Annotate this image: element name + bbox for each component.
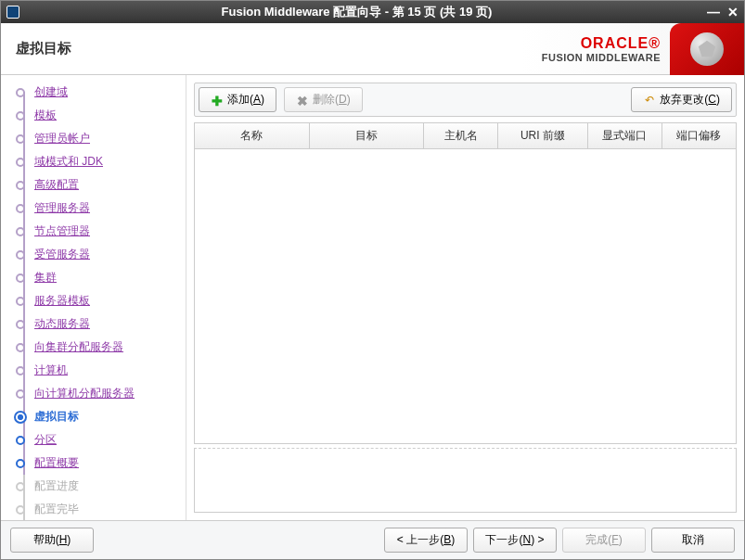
step-8[interactable]: 集群 — [1, 266, 186, 289]
step-label: 虚拟目标 — [34, 409, 79, 425]
titlebar: Fusion Middleware 配置向导 - 第 15 页 (共 19 页)… — [1, 1, 744, 23]
step-dot-icon — [16, 366, 25, 375]
step-link[interactable]: 动态服务器 — [34, 317, 90, 330]
brand-sub: FUSION MIDDLEWARE — [542, 52, 661, 63]
page-title: 虚拟目标 — [16, 40, 71, 57]
toolbar: ✚ 添加(A) ✖ 删除(D) ↶ 放弃更改(C) — [194, 83, 737, 117]
close-icon[interactable]: ✕ — [727, 5, 739, 19]
discard-changes-button[interactable]: ↶ 放弃更改(C) — [631, 87, 732, 112]
step-dot-icon — [14, 411, 27, 424]
col-header-0[interactable]: 名称 — [195, 123, 310, 148]
plus-icon: ✚ — [211, 94, 224, 107]
step-label: 集群 — [34, 270, 57, 286]
step-link[interactable]: 服务器模板 — [34, 294, 90, 307]
step-label: 创建域 — [34, 84, 68, 100]
step-dot-icon — [16, 134, 25, 144]
step-0[interactable]: 创建域 — [1, 81, 186, 104]
step-link[interactable]: 分区 — [34, 433, 57, 446]
step-4[interactable]: 高级配置 — [1, 173, 186, 197]
col-header-5[interactable]: 端口偏移 — [662, 123, 737, 148]
col-header-2[interactable]: 主机名 — [424, 123, 498, 148]
step-link[interactable]: 配置概要 — [34, 456, 79, 469]
col-header-1[interactable]: 目标 — [310, 123, 425, 148]
step-dot-icon — [16, 158, 25, 167]
step-11[interactable]: 向集群分配服务器 — [1, 336, 186, 359]
x-icon: ✖ — [296, 94, 309, 107]
col-header-3[interactable]: URI 前缀 — [498, 123, 588, 148]
step-dot-icon — [16, 204, 25, 213]
step-label: 配置完毕 — [34, 502, 79, 517]
step-label: 节点管理器 — [34, 223, 90, 239]
step-label: 模板 — [34, 108, 57, 123]
step-label: 管理服务器 — [34, 200, 90, 216]
step-link[interactable]: 域模式和 JDK — [34, 155, 103, 168]
step-link[interactable]: 管理员帐户 — [34, 132, 90, 145]
step-9[interactable]: 服务器模板 — [1, 289, 186, 312]
step-link[interactable]: 模板 — [34, 108, 57, 121]
step-6[interactable]: 节点管理器 — [1, 220, 186, 243]
step-dot-icon — [16, 505, 25, 515]
add-button[interactable]: ✚ 添加(A) — [199, 87, 276, 112]
step-dot-icon — [16, 227, 25, 236]
step-10[interactable]: 动态服务器 — [1, 312, 186, 336]
step-label: 向集群分配服务器 — [34, 339, 123, 355]
back-button[interactable]: < 上一步(B) — [384, 528, 468, 553]
step-label: 高级配置 — [34, 177, 79, 193]
step-dot-icon — [16, 274, 25, 283]
step-link[interactable]: 管理服务器 — [34, 201, 90, 214]
step-label: 配置进度 — [34, 478, 79, 494]
step-3[interactable]: 域模式和 JDK — [1, 150, 186, 173]
brand: ORACLE® FUSION MIDDLEWARE — [542, 23, 729, 75]
step-dot-icon — [16, 320, 25, 329]
cancel-button[interactable]: 取消 — [651, 528, 735, 553]
wizard-window: Fusion Middleware 配置向导 - 第 15 页 (共 19 页)… — [0, 0, 745, 560]
step-dot-icon — [16, 389, 25, 399]
col-header-4[interactable]: 显式端口 — [588, 123, 662, 148]
undo-icon: ↶ — [643, 94, 656, 107]
step-dot-icon — [16, 250, 25, 260]
step-18: 配置完毕 — [1, 498, 186, 520]
step-dot-icon — [16, 482, 25, 491]
virtual-targets-table[interactable]: 名称目标主机名URI 前缀显式端口端口偏移 — [194, 122, 737, 444]
window-title: Fusion Middleware 配置向导 - 第 15 页 (共 19 页) — [25, 4, 707, 20]
table-header-row: 名称目标主机名URI 前缀显式端口端口偏移 — [195, 123, 736, 149]
next-button[interactable]: 下一步(N) > — [473, 528, 557, 553]
minimize-icon[interactable]: — — [707, 5, 720, 19]
step-13[interactable]: 向计算机分配服务器 — [1, 382, 186, 405]
svg-marker-0 — [699, 40, 715, 56]
finish-button[interactable]: 完成(F) — [562, 528, 646, 553]
step-7[interactable]: 受管服务器 — [1, 243, 186, 266]
step-1[interactable]: 模板 — [1, 104, 186, 127]
help-button[interactable]: 帮助(H) — [10, 528, 94, 553]
step-dot-icon — [16, 88, 25, 97]
step-link[interactable]: 创建域 — [34, 85, 68, 98]
header: 虚拟目标 ORACLE® FUSION MIDDLEWARE — [1, 23, 744, 75]
step-label: 受管服务器 — [34, 247, 90, 262]
step-15[interactable]: 分区 — [1, 428, 186, 452]
brand-name: ORACLE® — [542, 35, 661, 52]
step-link[interactable]: 集群 — [34, 271, 57, 284]
step-link[interactable]: 向计算机分配服务器 — [34, 387, 135, 400]
step-link[interactable]: 高级配置 — [34, 178, 79, 191]
step-16[interactable]: 配置概要 — [1, 452, 186, 475]
step-14[interactable]: 虚拟目标 — [1, 405, 186, 428]
step-sidebar: 创建域模板管理员帐户域模式和 JDK高级配置管理服务器节点管理器受管服务器集群服… — [1, 75, 186, 520]
step-dot-icon — [16, 111, 25, 121]
delete-button[interactable]: ✖ 删除(D) — [284, 87, 363, 112]
brand-graphic — [670, 23, 744, 75]
step-dot-icon — [16, 343, 25, 352]
step-link[interactable]: 向集群分配服务器 — [34, 340, 123, 353]
step-label: 向计算机分配服务器 — [34, 386, 135, 401]
step-2[interactable]: 管理员帐户 — [1, 127, 186, 150]
step-link[interactable]: 计算机 — [34, 363, 68, 376]
step-12[interactable]: 计算机 — [1, 359, 186, 382]
step-label: 服务器模板 — [34, 293, 90, 309]
step-5[interactable]: 管理服务器 — [1, 197, 186, 220]
step-link[interactable]: 受管服务器 — [34, 248, 90, 261]
detail-panel — [194, 448, 737, 513]
step-link[interactable]: 节点管理器 — [34, 224, 90, 237]
step-label: 域模式和 JDK — [34, 154, 103, 170]
step-label: 计算机 — [34, 363, 68, 378]
step-dot-icon — [16, 459, 25, 468]
step-dot-icon — [16, 181, 25, 190]
